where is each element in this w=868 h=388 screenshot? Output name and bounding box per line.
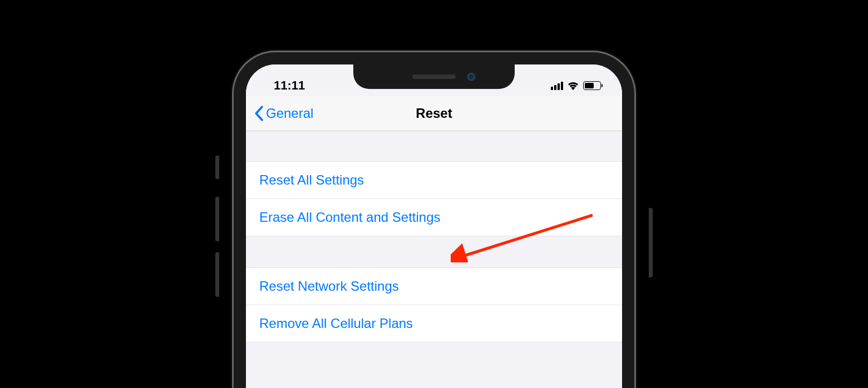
power-button (649, 208, 653, 277)
reset-all-settings-item[interactable]: Reset All Settings (246, 161, 622, 199)
back-button[interactable]: General (254, 106, 313, 121)
phone-device-mockup: 11:11 (234, 52, 634, 388)
notch (353, 64, 515, 89)
phone-frame: 11:11 (234, 52, 634, 388)
status-time: 11:11 (263, 78, 305, 93)
status-indicators (551, 81, 606, 91)
volume-up-button (215, 197, 219, 241)
reset-network-settings-item[interactable]: Reset Network Settings (246, 267, 622, 305)
list-group-2: Reset Network Settings Remove All Cellul… (246, 267, 622, 342)
screen: 11:11 (246, 64, 622, 388)
wifi-icon (567, 81, 579, 91)
back-label: General (266, 106, 313, 121)
chevron-left-icon (254, 106, 264, 121)
page-title: Reset (416, 106, 452, 121)
front-camera (467, 73, 475, 81)
settings-list: Reset All Settings Erase All Content and… (246, 161, 622, 342)
erase-all-content-item[interactable]: Erase All Content and Settings (246, 199, 622, 236)
volume-down-button (215, 252, 219, 297)
remove-cellular-plans-item[interactable]: Remove All Cellular Plans (246, 305, 622, 342)
mute-switch (215, 156, 219, 179)
speaker (412, 74, 456, 79)
battery-icon (583, 81, 603, 90)
navigation-bar: General Reset (246, 96, 622, 131)
list-group-1: Reset All Settings Erase All Content and… (246, 161, 622, 236)
cellular-signal-icon (551, 82, 563, 90)
